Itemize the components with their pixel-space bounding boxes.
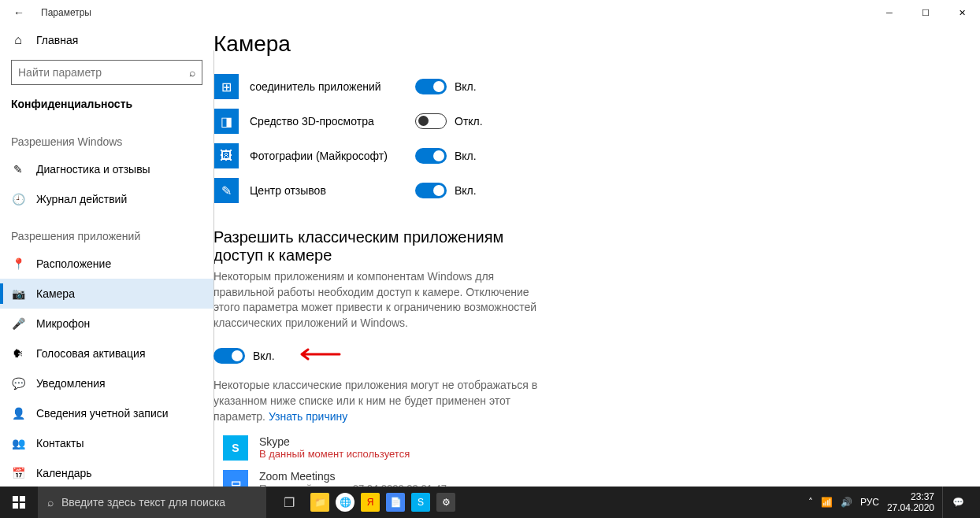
classic-app-name: Zoom Meetings [259,470,447,483]
home-label: Главная [36,34,78,46]
tray-language[interactable]: РУС [860,497,879,508]
windows-icon [13,496,25,509]
toggle-classic-apps[interactable] [213,348,245,364]
group-app-permissions: Разрешения приложений [0,214,213,249]
sidebar-item-label: Камера [36,287,75,300]
category-title: Конфиденциальность [0,90,213,120]
page-title: Камера [213,31,948,57]
sidebar-item-label: Контакты [36,437,84,450]
zoom-icon: ▭ [223,470,248,487]
svg-rect-1 [20,496,25,501]
window-title: Параметры [41,7,91,18]
toggle-label: Вкл. [253,350,275,362]
app-row-connector: ⊞ соединитель приложений Вкл. [213,69,948,104]
annotation-arrow [294,345,341,367]
sidebar-item-label: Уведомления [36,377,106,390]
toggle-connector[interactable] [415,79,447,94]
start-button[interactable] [0,487,38,518]
taskbar-app-docs[interactable]: 📄 [384,487,406,518]
sidebar-item-label: Календарь [36,467,92,479]
toggle-label: Вкл. [455,150,477,162]
sidebar-item-camera[interactable]: 📷 Камера [0,279,213,309]
location-icon: 📍 [11,257,25,270]
taskbar-app-skype[interactable]: S [410,487,432,518]
feedback-icon: ✎ [213,178,239,203]
svg-rect-0 [13,496,18,501]
account-icon: 👤 [11,407,25,420]
app-name: Центр отзывов [250,184,415,197]
taskbar-app-settings[interactable]: ⚙ [435,487,457,518]
sidebar-item-label: Микрофон [36,317,90,330]
app-row-feedback: ✎ Центр отзывов Вкл. [213,173,948,208]
tray-volume-icon[interactable]: 🔊 [841,497,852,508]
taskbar-search[interactable]: ⌕ Введите здесь текст для поиска [38,487,266,518]
sidebar-item-voice[interactable]: 🗣 Голосовая активация [0,339,213,368]
home-link[interactable]: ⌂ Главная [0,25,213,55]
search-box[interactable]: ⌕ [11,60,202,85]
back-button[interactable]: ← [11,5,27,20]
toggle-photos[interactable] [415,148,447,164]
taskbar-app-explorer[interactable]: 📁 [309,487,331,518]
classic-section-desc: Некоторым приложениям и компонентам Wind… [213,269,552,331]
learn-why-link[interactable]: Узнать причину [269,410,347,423]
maximize-button[interactable]: ☐ [908,0,944,25]
classic-note: Некоторые классические приложения могут … [213,378,552,424]
activity-icon: 🕘 [11,193,25,205]
sidebar-item-calendar[interactable]: 📅 Календарь [0,458,213,487]
app-name: соединитель приложений [250,80,415,93]
sidebar-item-label: Сведения учетной записи [36,407,169,420]
sidebar-item-label: Расположение [36,257,111,270]
classic-app-name: Skype [259,435,410,448]
sidebar-item-label: Журнал действий [36,193,127,205]
minimize-button[interactable]: ─ [871,0,908,25]
app-row-photos: 🖼 Фотографии (Майкрософт) Вкл. [213,139,948,173]
toggle-label: Вкл. [455,184,477,197]
svg-rect-3 [20,503,25,509]
taskbar-app-chrome[interactable]: 🌐 [334,487,356,518]
diagnostics-icon: ✎ [11,163,25,176]
tray-clock[interactable]: 23:37 27.04.2020 [887,491,934,514]
sidebar-item-microphone[interactable]: 🎤 Микрофон [0,309,213,339]
app-row-3dviewer: ◨ Средство 3D-просмотра Откл. [213,104,948,139]
task-view-button[interactable]: ❐ [273,487,306,518]
classic-app-status: В данный момент используется [259,448,410,460]
app-name: Средство 3D-просмотра [250,115,415,128]
3dviewer-icon: ◨ [213,109,239,134]
divider [213,50,214,487]
search-input[interactable] [18,66,189,79]
home-icon: ⌂ [11,33,25,47]
taskbar-app-yandex[interactable]: Я [359,487,381,518]
close-button[interactable]: ✕ [944,0,980,25]
toggle-label: Вкл. [455,80,477,93]
toggle-feedback[interactable] [415,183,447,198]
voice-icon: 🗣 [11,347,25,360]
sidebar-item-location[interactable]: 📍 Расположение [0,249,213,279]
camera-icon: 📷 [11,287,25,300]
taskbar-search-placeholder: Введите здесь текст для поиска [61,496,225,509]
photos-icon: 🖼 [213,143,239,168]
tray-network-icon[interactable]: 📶 [821,497,833,508]
app-name: Фотографии (Майкрософт) [250,150,415,162]
calendar-icon: 📅 [11,467,25,479]
microphone-icon: 🎤 [11,317,25,330]
classic-app-skype: S Skype В данный момент используется [213,435,948,461]
tray-notifications[interactable]: 💬 [942,487,974,518]
search-icon: ⌕ [189,66,195,79]
sidebar-item-notifications[interactable]: 💬 Уведомления [0,368,213,398]
sidebar-item-activity[interactable]: 🕘 Журнал действий [0,184,213,214]
taskbar: ⌕ Введите здесь текст для поиска ❐ 📁 🌐 Я… [0,487,980,518]
sidebar-item-diagnostics[interactable]: ✎ Диагностика и отзывы [0,154,213,184]
classic-app-zoom: ▭ Zoom Meetings Последний доступ: 27.04.… [213,470,948,487]
sidebar-item-account[interactable]: 👤 Сведения учетной записи [0,398,213,428]
notifications-icon: 💬 [11,377,25,390]
toggle-label: Откл. [455,115,483,128]
connector-icon: ⊞ [213,74,239,99]
svg-rect-2 [13,503,18,509]
sidebar-item-contacts[interactable]: 👥 Контакты [0,428,213,458]
tray-expand-icon[interactable]: ˄ [808,497,813,508]
sidebar-item-label: Диагностика и отзывы [36,163,150,176]
toggle-3dviewer[interactable] [415,113,447,129]
classic-section-title: Разрешить классическим приложениям досту… [213,228,544,265]
search-icon: ⌕ [47,496,54,509]
sidebar-item-label: Голосовая активация [36,347,146,360]
